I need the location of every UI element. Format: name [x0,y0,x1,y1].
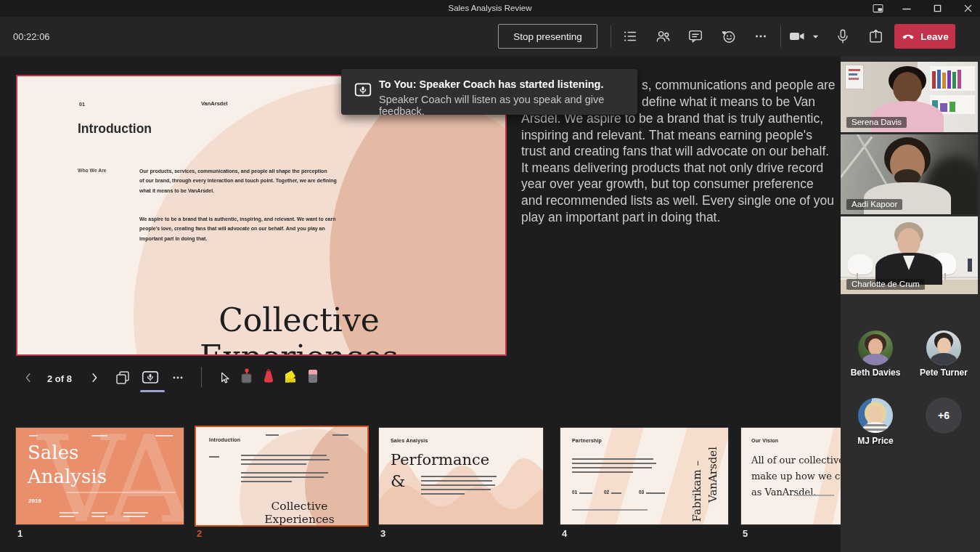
share-screen-icon[interactable] [867,28,884,45]
laser-pointer-tool-icon[interactable] [237,367,256,386]
previous-slide-icon[interactable] [19,368,38,387]
poster-decor [845,65,864,89]
current-slide[interactable]: 01 VanArsdel Introduction Who We Are Our… [16,75,507,356]
speaker-coach-icon [354,81,372,102]
thumb4-number: 4 [562,528,567,539]
meeting-toolbar: 00:22:06 Stop presenting [0,17,980,56]
minimize-icon[interactable] [897,2,916,15]
video-tile-aadi-kapoor[interactable]: Aadi Kapoor [841,134,978,214]
meeting-timer: 00:22:06 [13,31,50,42]
slide-heading: Introduction [78,121,152,137]
eraser-tool-icon[interactable] [303,367,322,386]
slide-position: 2 of 8 [39,373,80,384]
thumb4-vertical-text-2: VanArsdel [706,447,719,503]
maximize-icon[interactable] [928,2,947,15]
participant-name-label: Serena Davis [846,117,907,128]
teams-meeting-window: Sales Analysis Review 00:22:06 Stop pres… [0,0,980,552]
slide-logo: VanArsdel [201,100,228,107]
avatar-pete-turner[interactable] [926,330,961,365]
thumb1-number: 1 [17,528,23,539]
chat-icon[interactable] [687,28,704,45]
toast-subtitle: Speaker Coach will listen as you speak a… [379,94,637,117]
participant-name-label: Charlotte de Crum [846,279,925,290]
leave-button-label: Leave [920,31,948,42]
thumb4-step-3: 03 [639,490,644,495]
chair-decor [848,254,873,275]
thumb5-excerpt: All of our collective make up how we c a… [751,452,841,500]
avatar-head [868,406,883,423]
avatar-torso [931,353,957,365]
stop-presenting-button[interactable]: Stop presenting [498,24,597,49]
person-head [893,72,922,104]
presentation-stage: 01 VanArsdel Introduction Who We Are Our… [0,56,841,552]
close-icon[interactable] [958,2,977,15]
slide-thumbnail-1[interactable]: VA Sales Analysis 2019 [15,427,184,525]
thumb3-ampersand: & [391,471,405,490]
toolbar-divider [611,25,611,47]
participant-name-label: Aadi Kapoor [846,199,902,210]
window-titlebar: Sales Analysis Review [0,0,980,17]
avatar-label-pete-turner: Pete Turner [909,368,979,378]
bookshelf-decor [930,66,975,91]
slide-title: Collective Experiences [139,301,459,356]
slide-kicker: Who We Are [78,168,107,173]
thumb4-heading: Partnership [572,438,602,443]
video-tile-serena-davis[interactable]: Serena Davis [841,62,978,132]
participants-sidebar: Serena Davis Aadi Kapoor [841,56,980,552]
thumb5-number: 5 [743,528,748,539]
coach-active-indicator [140,390,165,392]
overflow-participants-badge[interactable]: +6 [926,397,962,434]
more-actions-icon[interactable] [752,28,769,45]
slides-overview-icon[interactable] [113,368,132,387]
slide-page-number: 01 [79,102,85,107]
pop-out-icon[interactable] [868,2,887,15]
hang-up-icon [901,29,915,44]
leave-button[interactable]: Leave [894,24,955,49]
speaker-coach-toggle-icon[interactable] [141,368,160,387]
slide-thumbnail-5[interactable]: Our Vision All of our collective make up… [740,427,841,525]
thumb3-heading: Sales Analysis [391,438,428,443]
video-tile-charlotte-de-crum[interactable]: Charlotte de Crum [841,216,978,294]
next-slide-icon[interactable] [85,368,104,387]
toolbar-divider [780,25,781,47]
slide-paragraph-2: We aspire to be a brand that is authenti… [139,214,335,243]
slide-thumbnail-4[interactable]: Partnership 01 02 03 Fabrikam – VanArsde… [560,427,729,525]
avatar-torso [862,354,889,365]
highlighter-tool-icon[interactable] [281,367,300,386]
thumb4-vertical-text-1: Fabrikam – [690,460,703,521]
person-head [897,228,920,256]
thumb5-heading: Our Vision [751,438,778,443]
thumb1-year: 2019 [28,498,41,504]
participants-icon[interactable] [654,28,671,45]
slide-thumbnail-2-selected[interactable]: Introduction Collective Experiences [195,426,369,527]
avatar-label-beth-davies: Beth Davies [841,368,910,378]
window-title: Sales Analysis Review [0,4,980,12]
reactions-icon[interactable] [719,28,737,45]
thumb4-step-2: 02 [604,490,609,495]
avatar-head [937,338,951,354]
slide-more-options-icon[interactable] [168,368,187,387]
avatar-head [868,338,883,355]
microphone-icon[interactable] [834,28,852,45]
thumb2-title: Collective Experiences [236,500,363,526]
speaker-coach-toast[interactable]: To You: Speaker Coach has started listen… [341,69,637,115]
camera-dropdown-icon[interactable] [810,28,820,45]
thumb1-title: Sales Analysis [28,441,107,488]
avatar-label-mj-price: MJ Price [841,436,910,446]
thumb3-number: 3 [380,528,385,539]
thumb5-rule [793,495,834,496]
slide-paragraph-1: Our products, services, communications, … [139,166,337,195]
meeting-notes-icon[interactable] [621,28,639,45]
slide-thumbnail-3[interactable]: Sales Analysis Performance & [378,427,544,525]
avatar-beth-davies[interactable] [858,330,893,365]
pen-tool-icon[interactable] [259,367,278,386]
notes-body: Arsdel. We aspire to be a brand that is … [521,110,838,225]
pointer-tool-icon[interactable] [215,368,234,387]
tools-divider [201,367,202,387]
avatar-torso [862,422,889,433]
camera-icon[interactable] [788,28,806,45]
bottle-decor [968,259,972,272]
avatar-mj-price[interactable] [858,398,893,433]
notes-line2-fragment: define what it means to be Van [642,94,815,110]
thumb4-step-1: 01 [572,490,577,495]
